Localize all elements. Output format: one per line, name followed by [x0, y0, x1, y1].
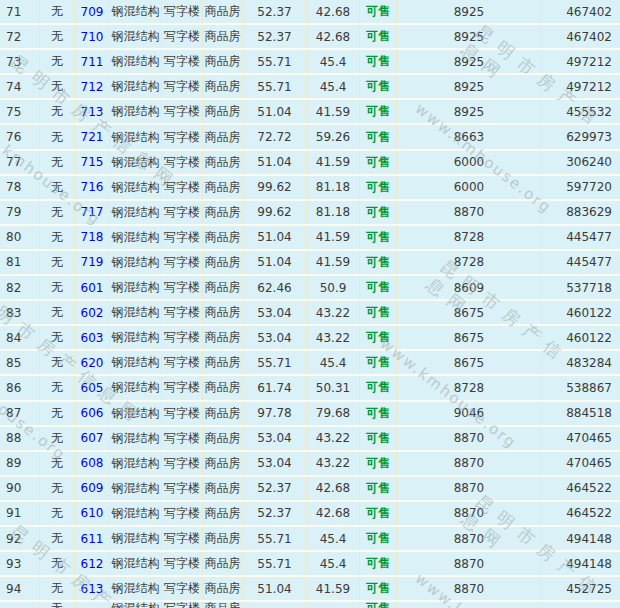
house-type: 商品房: [203, 251, 243, 274]
pre-sale-permit: 无: [40, 125, 75, 148]
gross-area: 51.04: [243, 226, 307, 249]
table-row: 80无718钢混结构写字楼商品房51.0441.59可售8728445477: [0, 226, 620, 251]
row-index: 71: [0, 0, 40, 23]
house-type: 商品房: [203, 100, 243, 123]
total-price: 455532: [542, 100, 620, 123]
table-row: 89无608钢混结构写字楼商品房53.0443.22可售8870470465: [0, 452, 620, 477]
room-link[interactable]: 606: [81, 406, 104, 420]
row-index: 90: [0, 477, 40, 500]
gross-area: 99.62: [243, 201, 307, 224]
total-price: 460122: [542, 301, 620, 324]
net-area: 43.22: [307, 326, 360, 349]
row-index: 88: [0, 427, 40, 450]
room-link[interactable]: 712: [81, 80, 104, 94]
structure: 钢混结构: [110, 351, 162, 374]
house-type: 商品房: [203, 552, 243, 575]
room-link[interactable]: 716: [81, 180, 104, 194]
room-link-cell: 608: [75, 452, 110, 475]
table-row: 71无709钢混结构写字楼商品房52.3742.68可售8925467402: [0, 0, 620, 25]
sale-status: 可售: [360, 176, 397, 199]
pre-sale-permit: 无: [40, 301, 75, 324]
unit-price: 6000: [397, 176, 542, 199]
room-link[interactable]: 601: [81, 281, 104, 295]
total-price: 460122: [542, 326, 620, 349]
pre-sale-permit: 无: [40, 427, 75, 450]
structure: 钢混结构: [110, 376, 162, 399]
room-link[interactable]: 602: [81, 306, 104, 320]
room-link[interactable]: 609: [81, 481, 104, 495]
room-link[interactable]: 605: [81, 381, 104, 395]
room-link[interactable]: 603: [81, 331, 104, 345]
total-price: 306240: [542, 151, 620, 174]
room-link[interactable]: 610: [81, 506, 104, 520]
usage: 写字楼: [162, 351, 203, 374]
net-area: 41.59: [307, 151, 360, 174]
room-link-cell: 719: [75, 251, 110, 274]
room-link[interactable]: 710: [81, 30, 104, 44]
sale-status: 可售: [360, 301, 397, 324]
net-area: 41.59: [307, 251, 360, 274]
structure: 钢混结构: [110, 226, 162, 249]
room-link-cell: 718: [75, 226, 110, 249]
room-link[interactable]: 709: [81, 5, 104, 19]
gross-area: 61.74: [243, 376, 307, 399]
usage: 写字楼: [162, 75, 203, 98]
house-type: 商品房: [203, 301, 243, 324]
pre-sale-permit: 无: [40, 75, 75, 98]
net-area: 59.26: [307, 125, 360, 148]
room-link[interactable]: 620: [81, 356, 104, 370]
table-row: 78无716钢混结构写字楼商品房99.6281.18可售6000597720: [0, 176, 620, 201]
house-type: 商品房: [203, 201, 243, 224]
pre-sale-permit: 无: [40, 100, 75, 123]
sale-status: 可售: [360, 552, 397, 575]
structure: 钢混结构: [110, 201, 162, 224]
table-row: 92无611钢混结构写字楼商品房55.7145.4可售8870494148: [0, 527, 620, 552]
net-area: 81.18: [307, 201, 360, 224]
structure: 钢混结构: [110, 75, 162, 98]
unit-price: 8870: [397, 477, 542, 500]
usage: 写字楼: [162, 402, 203, 425]
total-price: 629973: [542, 125, 620, 148]
room-link[interactable]: 717: [81, 205, 104, 219]
table-row: 75无713钢混结构写字楼商品房51.0441.59可售8925455532: [0, 100, 620, 125]
total-price: 445477: [542, 251, 620, 274]
gross-area: 55.71: [243, 351, 307, 374]
house-type: 商品房: [203, 326, 243, 349]
room-link[interactable]: 613: [81, 582, 104, 596]
total-price: 883629: [542, 201, 620, 224]
gross-area: 55.71: [243, 50, 307, 73]
total-price: 538867: [542, 376, 620, 399]
room-link[interactable]: 711: [81, 55, 104, 69]
room-link[interactable]: 607: [81, 431, 104, 445]
gross-area: 99.62: [243, 176, 307, 199]
row-index: 93: [0, 552, 40, 575]
total-price: 467402: [542, 0, 620, 23]
structure: 钢混结构: [110, 502, 162, 525]
room-link[interactable]: 719: [81, 255, 104, 269]
row-index: 91: [0, 502, 40, 525]
net-area: 45.4: [307, 552, 360, 575]
room-link[interactable]: 721: [81, 130, 104, 144]
sale-status: 可售: [360, 125, 397, 148]
gross-area: 51.04: [243, 577, 307, 600]
row-index: 73: [0, 50, 40, 73]
sale-status: 可售: [360, 276, 397, 299]
table-row: 86无605钢混结构写字楼商品房61.7450.31可售8728538867: [0, 376, 620, 401]
room-link-cell: 709: [75, 0, 110, 23]
gross-area: 52.37: [243, 477, 307, 500]
room-link[interactable]: 612: [81, 557, 104, 571]
unit-price: 8675: [397, 301, 542, 324]
structure: 钢混结构: [110, 527, 162, 550]
room-link[interactable]: 608: [81, 456, 104, 470]
room-link[interactable]: 715: [81, 155, 104, 169]
pre-sale-permit: 无: [40, 50, 75, 73]
room-link[interactable]: 713: [81, 105, 104, 119]
gross-area: 55.71: [243, 527, 307, 550]
pre-sale-permit: 无: [40, 351, 75, 374]
gross-area: 52.37: [243, 25, 307, 48]
room-link[interactable]: 718: [81, 230, 104, 244]
room-link[interactable]: 611: [81, 532, 104, 546]
total-price: 464522: [542, 502, 620, 525]
unit-price: 8870: [397, 452, 542, 475]
room-link-cell: 607: [75, 427, 110, 450]
